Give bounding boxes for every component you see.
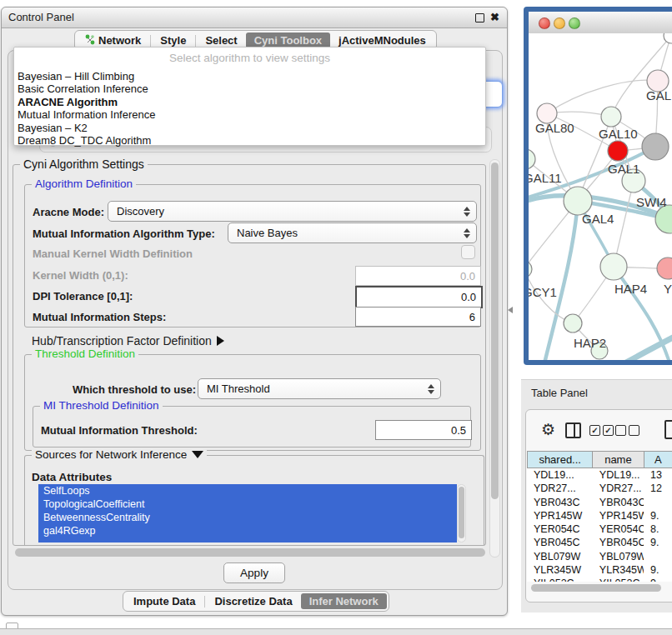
column-header-shared-[interactable]: shared... xyxy=(527,451,593,468)
table-cell: YIL052C xyxy=(593,577,644,582)
float-window-icon[interactable] xyxy=(475,13,484,22)
table-row[interactable]: YBR045CYBR045C9. xyxy=(527,536,672,549)
algorithm-option-basic-correlation-inference[interactable]: Basic Correlation Inference xyxy=(14,82,485,95)
tab-discretize-data[interactable]: Discretize Data xyxy=(206,593,300,609)
attribute-item-selfloops[interactable]: SelfLoops xyxy=(38,484,457,498)
network-window-titlebar[interactable] xyxy=(529,12,672,34)
zoom-traffic-light-icon[interactable] xyxy=(569,18,580,29)
mi-algorithm-type-combo[interactable]: Naive Bayes xyxy=(228,222,477,243)
table-row[interactable]: YBR043CYBR043C xyxy=(527,496,672,509)
column-header-a[interactable]: A xyxy=(644,451,672,468)
network-node[interactable] xyxy=(564,314,582,332)
node-label-gal10: GAL10 xyxy=(599,127,638,141)
sources-title-wrap[interactable]: Sources for Network Inference xyxy=(32,448,207,461)
algorithm-option-dream8-dc-tdc-algorithm[interactable]: Dream8 DC_TDC Algorithm xyxy=(14,134,485,147)
close-traffic-light-icon[interactable] xyxy=(539,18,550,29)
table-row[interactable]: YPR145WYPR145W9. xyxy=(527,509,672,522)
tab-infer-network[interactable]: Infer Network xyxy=(301,593,387,609)
gear-icon[interactable]: ⚙ xyxy=(541,422,555,438)
network-node[interactable] xyxy=(664,33,672,43)
table-cell: YPR145W xyxy=(527,509,593,522)
table-cell: YBR045C xyxy=(593,536,644,549)
sources-title: Sources for Network Inference xyxy=(35,448,187,461)
network-node[interactable] xyxy=(608,141,628,161)
kernel-width-field[interactable]: 0.0 xyxy=(355,266,481,286)
table-cell: YBR043C xyxy=(527,496,593,509)
network-node[interactable] xyxy=(642,133,669,160)
mi-threshold-field[interactable]: 0.5 xyxy=(375,420,472,440)
settings-vertical-scrollbar[interactable] xyxy=(489,159,500,558)
hub-definition-toggle[interactable]: Hub/Transcription Factor Definition xyxy=(32,334,224,348)
node-label-gcy1: GCY1 xyxy=(529,285,557,299)
attribute-table[interactable]: shared...nameA YDL19...YDL19...13YDR27..… xyxy=(527,451,672,582)
network-node[interactable] xyxy=(600,253,627,280)
table-cell: YDR27... xyxy=(593,482,644,495)
table-cell: 8. xyxy=(644,522,672,536)
close-icon[interactable]: ✖ xyxy=(490,8,499,28)
aracne-mode-label: Aracne Mode: xyxy=(33,206,104,218)
attribute-item-topologicalcoefficient[interactable]: TopologicalCoefficient xyxy=(38,498,457,511)
attribute-item-gal4rgexp[interactable]: gal4RGexp xyxy=(38,524,457,538)
algorithm-option-bayesian-hill-climbing[interactable]: Bayesian – Hill Climbing xyxy=(14,70,485,82)
which-threshold-combo[interactable]: MI Threshold xyxy=(198,378,441,399)
deselect-all-checkboxes-icon[interactable] xyxy=(615,425,639,436)
table-cell: YDL19... xyxy=(527,468,593,482)
combo-spinner-icon xyxy=(464,228,470,238)
attributes-scrollbar[interactable] xyxy=(457,484,466,542)
table-row[interactable]: YIL052CYIL052C9. xyxy=(527,577,672,582)
settings-horizontal-scrollbar[interactable] xyxy=(13,548,488,558)
network-node[interactable] xyxy=(564,187,592,215)
aracne-mode-combo[interactable]: Discovery xyxy=(108,201,477,222)
mi-threshold-label: Mutual Information Threshold: xyxy=(41,424,198,437)
node-label-gal80: GAL80 xyxy=(535,121,574,135)
mi-steps-field[interactable]: 6 xyxy=(355,307,481,327)
table-cell: 9. xyxy=(644,509,672,522)
dpi-tolerance-value: 0.0 xyxy=(461,291,476,303)
table-row[interactable]: YER054CYER054C8. xyxy=(527,522,672,536)
control-panel-titlebar[interactable]: Control Panel ✖ xyxy=(2,8,507,28)
table-panel-header: Table Panel xyxy=(521,379,672,407)
table-row[interactable]: YBL079WYBL079W xyxy=(527,550,672,563)
tab-label: Select xyxy=(205,34,237,47)
table-cell: YBL079W xyxy=(593,550,644,563)
control-panel-window: Control Panel ✖ NetworkStyleSelectCyni T… xyxy=(1,7,508,616)
table-row[interactable]: YDR27...YDR27...12 xyxy=(527,482,672,495)
algorithm-option-aracne-algorithm[interactable]: ARACNE Algorithm xyxy=(14,96,485,108)
attribute-item-betweennesscentrality[interactable]: BetweennessCentrality xyxy=(38,511,457,524)
table-header-row: shared...nameA xyxy=(527,451,672,468)
algorithm-option-mutual-information-inference[interactable]: Mutual Information Inference xyxy=(14,108,485,121)
table-row[interactable]: YLR345WYLR345W9. xyxy=(527,563,672,577)
panel-splitter-arrow-icon[interactable] xyxy=(508,307,513,313)
document-icon[interactable] xyxy=(664,420,672,439)
attribute-item-clipped[interactable] xyxy=(38,538,457,542)
network-node[interactable] xyxy=(601,107,621,127)
which-threshold-label: Which threshold to use: xyxy=(73,383,196,396)
tab-impute-data[interactable]: Impute Data xyxy=(125,593,203,609)
table-panel-title: Table Panel xyxy=(531,387,588,399)
tab-label: jActiveMNodules xyxy=(339,34,426,47)
threshold-definition-title: Threshold Definition xyxy=(32,348,138,360)
hub-definition-label: Hub/Transcription Factor Definition xyxy=(32,334,212,348)
table-horizontal-scrollbar[interactable] xyxy=(528,583,671,593)
network-node[interactable] xyxy=(529,261,532,278)
network-tab-icon xyxy=(85,34,95,48)
node-label-gal1: GAL1 xyxy=(608,162,639,176)
network-canvas[interactable]: GALGAL80GAL10GAL1GAL11GAL4SWI4GCY1HAP4YH… xyxy=(529,33,672,360)
column-header-name[interactable]: name xyxy=(593,451,644,468)
manual-kernel-checkbox[interactable] xyxy=(461,245,475,259)
minimize-traffic-light-icon[interactable] xyxy=(554,18,565,29)
algorithm-option-bayesian-k2[interactable]: Bayesian – K2 xyxy=(14,122,485,134)
tab-separator xyxy=(195,35,196,47)
table-row[interactable]: YDL19...YDL19...13 xyxy=(527,468,672,482)
split-columns-icon[interactable] xyxy=(565,422,581,438)
window-title: Control Panel xyxy=(8,8,74,28)
select-all-checkboxes-icon[interactable]: ✓✓ xyxy=(589,425,614,436)
data-attributes-list[interactable]: SelfLoopsTopologicalCoefficientBetweenne… xyxy=(38,484,457,542)
apply-button[interactable]: Apply xyxy=(223,562,285,583)
network-node[interactable] xyxy=(657,258,672,279)
algorithm-placeholder: Select algorithm to view settings xyxy=(14,52,485,64)
aracne-mode-value: Discovery xyxy=(117,205,164,218)
network-node[interactable] xyxy=(655,205,672,233)
table-cell: YBL079W xyxy=(527,550,593,563)
dpi-tolerance-field[interactable]: 0.0 xyxy=(355,286,483,308)
